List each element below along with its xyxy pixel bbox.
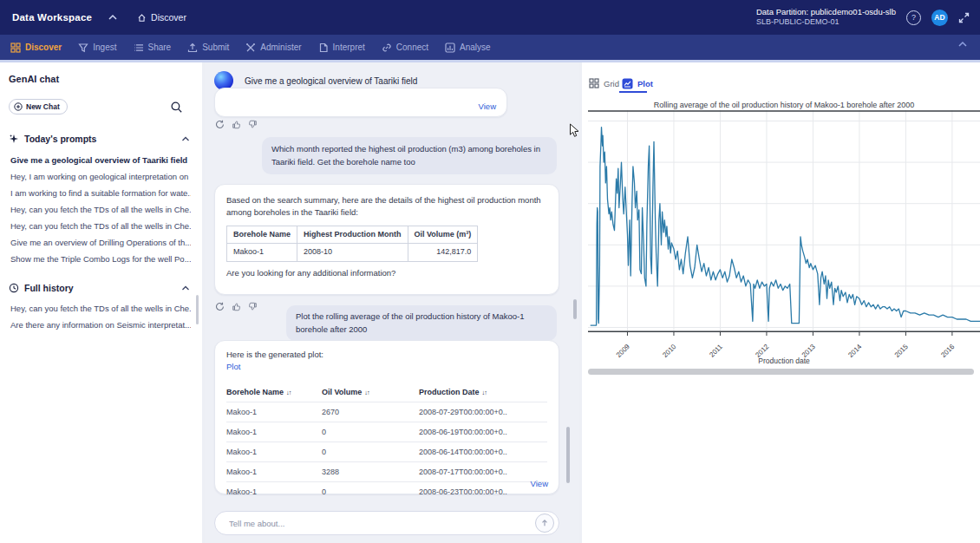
cell-volume: 142,817.0 [408,244,478,262]
plus-circle-icon [14,102,23,111]
thumbs-up-icon[interactable] [232,120,241,129]
column-header-sortable[interactable]: Oil Volume↓↑ [322,388,419,396]
ingest-icon [78,43,88,53]
nav-item-analyse[interactable]: Analyse [445,43,491,53]
active-tab-indicator [619,91,647,93]
send-button[interactable] [535,514,554,533]
assistant-card-table: Based on the search summary, here are th… [214,184,559,295]
oil-production-chart[interactable]: 20092010201120122013201420152016Producti… [588,110,980,370]
svg-text:2016: 2016 [939,343,956,359]
nav-collapse-chevron-icon[interactable] [957,41,968,48]
bar-chart-icon [445,43,455,53]
table-header-row: Borehole Name↓↑ Oil Volume↓↑ Production … [226,383,547,402]
nav-item-share[interactable]: Share [134,43,172,53]
fullscreen-icon[interactable] [958,12,970,23]
document-icon [318,43,329,53]
chart-title: Rolling average of the oil production hi… [588,101,980,109]
column-header: Oil Volume (m³) [408,226,478,244]
thumbs-down-icon[interactable] [248,120,258,129]
chevron-up-icon[interactable] [181,136,190,142]
column-header-sortable[interactable]: Borehole Name↓↑ [226,388,322,396]
sort-icon[interactable]: ↓↑ [286,389,291,396]
history-item[interactable]: Are there any information on Seismic int… [10,320,191,330]
nav-item-connect[interactable]: Connect [382,43,428,53]
prompt-item[interactable]: Show me the Triple Combo Logs for the we… [10,254,191,264]
data-partition-label: Data Partition: publicdemo01-osdu-slb [756,7,896,17]
prompt-item[interactable]: I am working to find a suitable formatio… [10,188,191,198]
prompt-item[interactable]: Give me a geological overview of Taariki… [10,155,191,165]
answer-outro: Are you looking for any additional infor… [226,267,547,279]
table-row: Makoo-1 2008-10 142,817.0 [227,244,478,262]
plot-horizontal-scrollbar[interactable] [588,369,974,375]
svg-text:Production date: Production date [758,357,810,365]
assistant-card-overview: View [214,88,507,117]
column-header: Highest Production Month [297,226,408,244]
home-icon [137,13,147,23]
feedback-row [215,302,258,311]
plot-link[interactable]: Plot [226,362,547,371]
table-row: Makoo-126702008-07-29T00:00:00+0.. [226,402,547,422]
nav-item-administer[interactable]: Administer [245,43,301,53]
table-row: Makoo-102008-06-19T00:00:00+0.. [226,422,547,442]
tab-grid[interactable]: Grid [589,78,619,88]
grid-icon [589,78,599,88]
breadcrumb-label: Discover [151,12,186,23]
prompt-item[interactable]: Hey, can you fetch the TDs of all the we… [10,205,191,214]
chat-panel: Give me a geological overview of Taariki… [205,62,579,543]
answer-intro: Here is the generated plot: [226,350,547,359]
assistant-card-plot: Here is the generated plot: Plot Borehol… [214,340,559,494]
user-message: Which month reported the highest oil pro… [262,137,557,174]
app-title: Data Workspace [12,12,92,23]
svg-text:2009: 2009 [615,343,631,359]
nav-item-interpret[interactable]: Interpret [318,43,365,53]
view-link[interactable]: View [479,101,496,111]
prompt-item[interactable]: Hey, can you fetch the TDs of all the we… [10,221,191,231]
prompt-item[interactable]: Give me an overview of Drilling Operatio… [10,238,191,247]
nav-item-discover[interactable]: Discover [10,43,62,53]
svg-text:2014: 2014 [846,343,863,359]
help-icon[interactable]: ? [906,10,921,25]
history-item[interactable]: Hey, can you fetch the TDs of all the we… [10,304,191,313]
thumbs-down-icon[interactable] [248,302,258,311]
top-bar: Data Workspace Discover Data Partition: … [0,0,980,35]
sidebar-scrollbar[interactable] [196,295,199,324]
table-row: Makoo-132882008-07-17T00:00:00+0.. [226,461,547,481]
chat-input[interactable] [227,518,535,529]
sort-icon[interactable]: ↓↑ [364,389,369,396]
app-window: Data Workspace Discover Data Partition: … [0,0,980,543]
production-summary-table: Borehole Name Highest Production Month O… [226,226,478,262]
chat-input-bar [214,511,559,535]
history-clock-icon [9,283,19,293]
cell-month: 2008-10 [297,244,408,262]
genai-chat-sidebar: GenAI chat New Chat Today's prompts Give… [0,62,202,543]
submit-icon [187,43,198,53]
chevron-up-icon[interactable] [181,285,190,291]
todays-prompts-header[interactable]: Today's prompts [9,134,190,144]
chat-scrollbar-thumb[interactable] [573,299,577,319]
breadcrumb[interactable]: Discover [137,12,186,23]
collapse-chevron-icon[interactable] [108,14,118,21]
feedback-row [215,120,258,129]
full-history-header[interactable]: Full history [9,283,190,293]
nav-item-ingest[interactable]: Ingest [78,43,116,53]
table-scrollbar-thumb[interactable] [566,427,570,483]
main-nav: Discover Ingest Share Submit Administer … [0,35,980,60]
sort-icon[interactable]: ↓↑ [482,389,487,396]
prompt-item[interactable]: Hey, I am working on geological interpre… [10,172,191,181]
regenerate-icon[interactable] [215,120,225,129]
column-header: Borehole Name [227,226,297,244]
answer-intro: Based on the search summary, here are th… [226,194,547,219]
svg-text:2010: 2010 [661,343,677,359]
nav-item-submit[interactable]: Submit [187,43,229,53]
thumbs-up-icon[interactable] [232,302,241,311]
view-link[interactable]: View [531,479,548,488]
regenerate-icon[interactable] [215,302,225,311]
column-header-sortable[interactable]: Production Date↓↑ [419,388,547,396]
user-avatar[interactable]: AD [931,10,948,26]
tab-plot[interactable]: Plot [622,78,653,89]
new-chat-button[interactable]: New Chat [9,99,68,114]
cell-borehole: Makoo-1 [227,244,297,262]
plot-chart-icon [622,78,633,89]
search-icon[interactable] [170,101,183,114]
production-data-table: Borehole Name↓↑ Oil Volume↓↑ Production … [226,383,547,501]
